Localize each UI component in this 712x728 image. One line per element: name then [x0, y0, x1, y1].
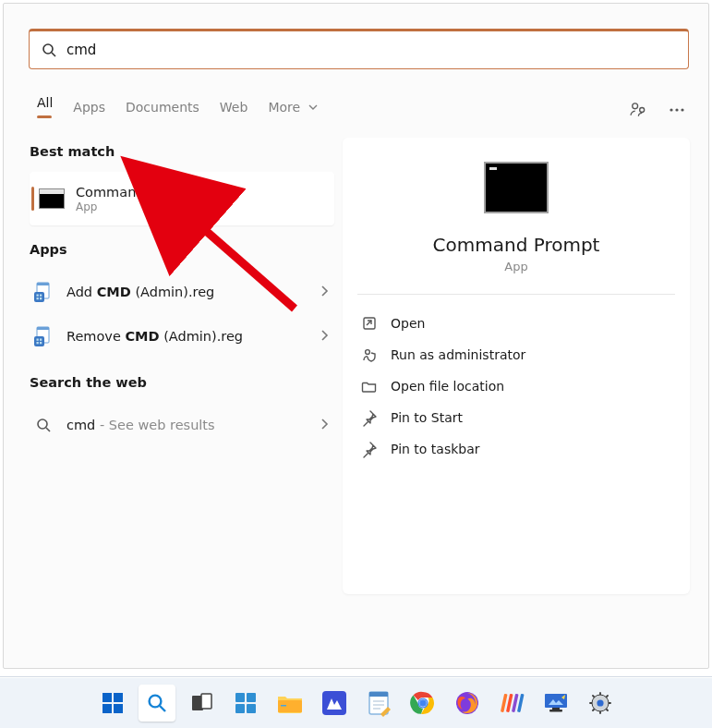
filter-tabs: All Apps Documents Web More [37, 95, 318, 127]
svg-rect-31 [114, 704, 123, 713]
taskbar-firefox[interactable] [449, 685, 486, 722]
svg-rect-35 [201, 694, 211, 709]
shield-person-icon [361, 346, 378, 363]
more-options-icon[interactable] [662, 95, 692, 125]
svg-line-22 [46, 428, 50, 431]
taskbar-app-blue[interactable] [316, 685, 353, 722]
svg-point-2 [633, 103, 638, 109]
svg-rect-41 [281, 705, 286, 707]
svg-rect-8 [37, 283, 49, 285]
detail-pane: Command Prompt App Open Run as administr… [343, 138, 690, 594]
svg-rect-53 [500, 693, 507, 711]
svg-rect-10 [37, 295, 39, 297]
taskbar-start[interactable] [94, 685, 131, 722]
svg-rect-39 [247, 704, 256, 713]
svg-line-33 [160, 706, 165, 711]
pin-icon [361, 409, 378, 426]
reg-file-icon [33, 326, 54, 346]
action-pin-taskbar[interactable]: Pin to taskbar [359, 433, 673, 465]
results-column: Best match Command Prompt App Apps Add C… [30, 144, 334, 447]
taskbar-task-view[interactable] [183, 685, 220, 722]
web-result[interactable]: cmd - See web results [30, 403, 334, 447]
chevron-down-icon [304, 100, 317, 115]
svg-rect-37 [247, 693, 256, 702]
search-panel: All Apps Documents Web More Best match C… [3, 3, 709, 669]
search-icon [41, 42, 57, 58]
svg-point-5 [675, 108, 678, 111]
taskbar-file-explorer[interactable] [272, 685, 308, 722]
svg-point-51 [419, 699, 427, 707]
search-icon [33, 415, 54, 435]
action-label: Run as administrator [391, 347, 525, 362]
action-open[interactable]: Open [359, 308, 673, 339]
svg-point-6 [681, 108, 683, 111]
svg-rect-58 [552, 708, 560, 710]
best-match-result[interactable]: Command Prompt App [30, 172, 334, 225]
svg-point-62 [597, 699, 603, 706]
command-prompt-large-icon [484, 162, 549, 213]
header-actions [623, 95, 692, 125]
action-open-location[interactable]: Open file location [359, 370, 673, 402]
taskbar [0, 676, 712, 728]
svg-point-3 [640, 108, 645, 113]
tab-all[interactable]: All [37, 95, 53, 127]
svg-rect-11 [40, 295, 42, 297]
svg-rect-56 [516, 693, 524, 711]
section-web: Search the web [30, 375, 334, 390]
action-label: Pin to taskbar [391, 442, 480, 456]
search-input[interactable] [66, 42, 677, 58]
svg-rect-59 [549, 710, 562, 711]
svg-point-32 [149, 695, 161, 707]
detail-subtitle: App [359, 260, 673, 273]
taskbar-widgets[interactable] [227, 685, 264, 722]
action-pin-start[interactable]: Pin to Start [359, 402, 673, 433]
action-label: Open [391, 316, 425, 331]
svg-rect-23 [364, 318, 375, 329]
open-icon [361, 315, 378, 332]
taskbar-app-stripes[interactable] [493, 685, 530, 722]
svg-rect-42 [322, 691, 346, 715]
action-run-admin[interactable]: Run as administrator [359, 339, 673, 370]
taskbar-chrome[interactable] [404, 685, 441, 722]
svg-point-25 [366, 350, 370, 355]
svg-line-24 [367, 321, 371, 325]
svg-rect-20 [40, 342, 42, 344]
search-box[interactable] [29, 29, 689, 69]
taskbar-notepad[interactable] [360, 685, 397, 722]
command-prompt-icon [39, 188, 65, 209]
svg-rect-17 [37, 339, 39, 341]
app-result-remove-cmd[interactable]: Remove CMD (Admin).reg [30, 314, 334, 358]
section-best-match: Best match [30, 144, 334, 159]
chevron-right-icon [320, 418, 329, 432]
svg-rect-36 [235, 693, 245, 702]
taskbar-search[interactable] [139, 685, 175, 722]
svg-rect-54 [505, 693, 513, 711]
tab-apps[interactable]: Apps [73, 100, 105, 124]
chevron-right-icon [320, 329, 329, 344]
svg-rect-9 [34, 292, 44, 302]
section-apps: Apps [30, 242, 334, 257]
svg-point-21 [38, 419, 47, 429]
svg-rect-38 [235, 704, 245, 713]
tab-documents[interactable]: Documents [126, 100, 199, 124]
svg-rect-44 [369, 692, 388, 697]
divider [357, 294, 675, 295]
reg-file-icon [33, 282, 54, 302]
svg-point-0 [43, 44, 53, 54]
result-title: Command Prompt [76, 185, 197, 200]
svg-line-1 [52, 53, 55, 56]
taskbar-display-settings[interactable] [537, 685, 574, 722]
tab-more[interactable]: More [268, 100, 317, 124]
sign-in-icon[interactable] [623, 95, 653, 125]
detail-title: Command Prompt [359, 234, 673, 256]
pin-icon [361, 441, 378, 457]
svg-rect-18 [40, 339, 42, 341]
svg-rect-13 [40, 297, 42, 299]
svg-rect-12 [37, 297, 39, 299]
app-result-add-cmd[interactable]: Add CMD (Admin).reg [30, 270, 334, 314]
svg-point-4 [670, 108, 672, 111]
app-result-label: Remove CMD (Admin).reg [66, 329, 320, 344]
taskbar-settings[interactable] [582, 685, 619, 722]
tab-web[interactable]: Web [220, 100, 248, 124]
folder-icon [361, 378, 378, 394]
